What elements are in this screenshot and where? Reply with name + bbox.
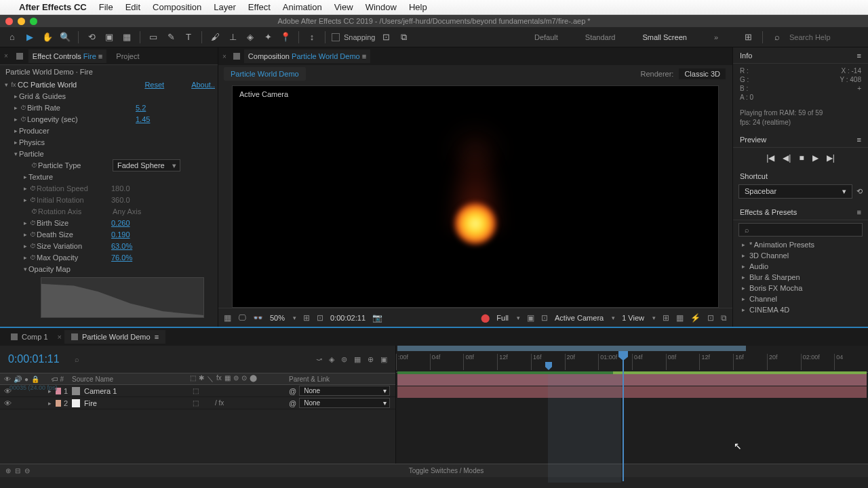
minimize-window-icon[interactable]: [18, 18, 25, 25]
reset-link[interactable]: Reset: [144, 81, 164, 89]
stop-icon[interactable]: ■: [799, 153, 804, 163]
maximize-window-icon[interactable]: [30, 18, 37, 25]
brush-tool-icon[interactable]: 🖌: [208, 30, 222, 44]
orbit-tool-icon[interactable]: ⟲: [85, 30, 98, 44]
workspace-settings-icon[interactable]: ⊞: [741, 30, 755, 44]
workspace-small-screen[interactable]: Small Screen: [629, 30, 700, 44]
zoom-tool-icon[interactable]: 🔍: [58, 30, 72, 44]
val-max-opacity[interactable]: 76.0%: [111, 253, 132, 262]
time-ruler[interactable]: :00f04f 08f12f 16f20f 01:00f04f 08f12f 1…: [396, 354, 868, 370]
stopwatch-icon[interactable]: ⏱: [28, 253, 37, 262]
app-menu[interactable]: After Effects CC: [19, 2, 87, 12]
preset-boris[interactable]: ▸Boris FX Mocha: [733, 283, 868, 293]
pickwhip-icon[interactable]: @: [289, 387, 296, 395]
menu-animation[interactable]: Animation: [283, 2, 322, 12]
prop-texture[interactable]: Texture: [28, 173, 53, 181]
parent-dropdown[interactable]: None: [299, 386, 390, 396]
first-frame-icon[interactable]: |◀: [766, 153, 774, 163]
disclosure-icon[interactable]: ▾: [22, 266, 28, 272]
timeline-timecode[interactable]: 0:00:01:11: [8, 353, 60, 365]
panel-menu-icon[interactable]: ≡: [857, 52, 861, 60]
grid-icon[interactable]: ⊞: [303, 313, 310, 323]
close-tab-icon[interactable]: ×: [4, 52, 8, 60]
preset-audio[interactable]: ▸Audio: [733, 261, 868, 272]
frame-blend-icon[interactable]: ◈: [329, 355, 334, 364]
panel-menu-icon[interactable]: ≡: [857, 136, 861, 144]
workspace-default[interactable]: Default: [521, 30, 572, 44]
disclosure-icon[interactable]: ▸: [22, 231, 28, 238]
opacity-map-graph[interactable]: [41, 277, 204, 318]
shortcut-dropdown[interactable]: Spacebar▾: [738, 184, 852, 199]
close-window-icon[interactable]: [5, 18, 13, 25]
prop-grid[interactable]: Grid & Guides: [19, 92, 66, 100]
snap-vertex-icon[interactable]: ⧉: [397, 30, 411, 44]
prop-physics[interactable]: Physics: [19, 138, 45, 146]
pen-tool-icon[interactable]: ✎: [164, 30, 178, 44]
timeline-search[interactable]: ⌕: [75, 355, 311, 363]
play-icon[interactable]: ▶: [812, 153, 818, 163]
menu-edit[interactable]: Edit: [125, 2, 140, 12]
search-help-input[interactable]: [789, 33, 857, 41]
preset-channel[interactable]: ▸Channel: [733, 293, 868, 304]
close-tab-icon[interactable]: ×: [222, 53, 226, 60]
prev-frame-icon[interactable]: ◀|: [783, 153, 791, 163]
menu-file[interactable]: File: [99, 2, 113, 12]
disclosure-icon[interactable]: ▸: [22, 220, 28, 226]
preset-blur[interactable]: ▸Blur & Sharpen: [733, 272, 868, 283]
stopwatch-icon[interactable]: ⏱: [19, 115, 27, 123]
roi-icon[interactable]: ▣: [527, 313, 534, 323]
hand-tool-icon[interactable]: ✋: [41, 30, 54, 44]
stopwatch-icon[interactable]: ⏱: [28, 230, 37, 239]
camera-tool-icon[interactable]: ▣: [102, 30, 116, 44]
shy-icon[interactable]: ⤻: [316, 355, 322, 364]
flowchart-icon[interactable]: ⧉: [721, 313, 727, 323]
stopwatch-icon[interactable]: ⏱: [28, 219, 37, 227]
timeline-track-area[interactable]: :00f04f 08f12f 16f20f 01:00f04f 08f12f 1…: [396, 346, 868, 464]
resolution-dropdown[interactable]: Full: [496, 314, 520, 322]
menu-window[interactable]: Window: [366, 2, 397, 12]
pan-behind-icon[interactable]: ▦: [120, 30, 134, 44]
home-icon[interactable]: ⌂: [5, 30, 19, 44]
disclosure-icon[interactable]: ▸: [22, 254, 28, 261]
layer-bar-camera[interactable]: [397, 374, 867, 386]
val-longevity[interactable]: 1.45: [136, 115, 150, 123]
val-birth-rate[interactable]: 5.2: [136, 104, 146, 112]
preview-timecode[interactable]: 0:00:02:11: [330, 314, 366, 322]
val-death-size[interactable]: 0.190: [111, 230, 130, 239]
stopwatch-icon[interactable]: ⏱: [30, 161, 38, 169]
zoom-in-icon[interactable]: ⊕: [5, 467, 11, 474]
brain-icon[interactable]: ⊕: [368, 355, 374, 364]
zoom-out-icon[interactable]: ⊖: [24, 467, 30, 474]
workspace-standard[interactable]: Standard: [572, 30, 629, 44]
alpha-icon[interactable]: ▦: [224, 313, 231, 323]
views-dropdown[interactable]: 1 View: [622, 314, 656, 322]
snap-edge-icon[interactable]: ⊡: [380, 30, 393, 44]
preset-3d-channel[interactable]: ▸3D Channel: [733, 250, 868, 261]
timeline-tab-particle-world[interactable]: Particle World Demo ≡: [64, 330, 165, 344]
menu-effect[interactable]: Effect: [248, 2, 271, 12]
disclosure-icon[interactable]: ▸: [12, 93, 19, 100]
transparency-icon[interactable]: ⊡: [541, 313, 548, 323]
preset-animation[interactable]: ▸* Animation Presets: [733, 239, 868, 250]
disclosure-icon[interactable]: ▾: [12, 150, 19, 157]
tab-composition[interactable]: Composition Particle World Demo ≡: [244, 49, 370, 63]
camera-dropdown[interactable]: Active Camera: [555, 314, 615, 322]
parent-dropdown[interactable]: None: [299, 398, 390, 408]
color-channel-icon[interactable]: ⬤: [481, 313, 490, 323]
zoom-slider-icon[interactable]: ⊟: [15, 467, 20, 474]
work-area-bar[interactable]: [397, 346, 746, 351]
puppet-tool-icon[interactable]: 📍: [279, 30, 292, 44]
stopwatch-icon[interactable]: ⏱: [19, 104, 27, 112]
snapping-checkbox[interactable]: [332, 33, 340, 41]
mac-menubar[interactable]: After Effects CC File Edit Composition L…: [0, 0, 868, 15]
eraser-tool-icon[interactable]: ◈: [243, 30, 257, 44]
col-source-name[interactable]: Source Name: [68, 375, 190, 383]
renderer-value[interactable]: Classic 3D: [679, 68, 726, 79]
prop-opacity-map[interactable]: Opacity Map: [28, 265, 71, 273]
val-birth-size[interactable]: 0.260: [111, 219, 130, 227]
disclosure-icon[interactable]: ▸: [12, 127, 19, 134]
label-color-icon[interactable]: [56, 400, 61, 407]
text-tool-icon[interactable]: T: [182, 30, 195, 44]
disclosure-icon[interactable]: ▾: [3, 81, 9, 88]
disclosure-icon[interactable]: ▸: [22, 174, 28, 180]
